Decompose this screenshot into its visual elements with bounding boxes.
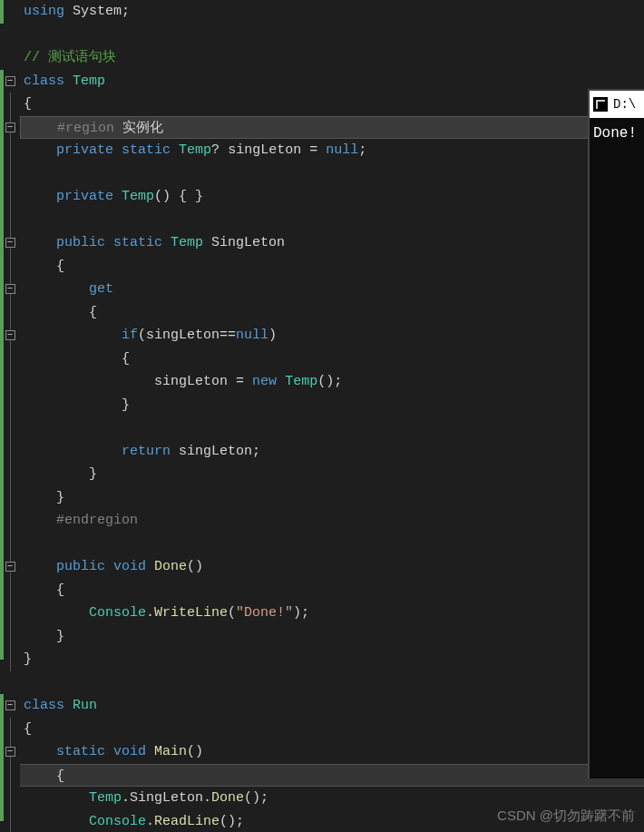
- console-output: Done!: [590, 118, 644, 149]
- code-line[interactable]: }: [24, 394, 644, 417]
- code-line[interactable]: if(singLeton==null): [24, 324, 644, 347]
- code-line[interactable]: public static Temp SingLeton: [24, 231, 644, 255]
- code-line[interactable]: }: [24, 648, 644, 671]
- fold-toggle[interactable]: −: [5, 76, 15, 86]
- code-line[interactable]: static void Main(): [24, 740, 644, 764]
- code-line[interactable]: {: [24, 93, 644, 116]
- code-line[interactable]: Console.WriteLine("Done!");: [24, 602, 644, 625]
- code-line-current[interactable]: #region 实例化: [20, 116, 644, 140]
- code-editor[interactable]: − − − − − − −: [0, 0, 644, 832]
- watermark-text: CSDN @切勿踌躇不前: [497, 808, 635, 825]
- code-line[interactable]: {: [24, 579, 644, 602]
- code-line[interactable]: }: [24, 625, 644, 649]
- fold-toggle[interactable]: −: [5, 700, 15, 710]
- code-line[interactable]: {: [24, 301, 644, 325]
- fold-gutter: − − − − − − −: [0, 0, 20, 832]
- code-line[interactable]: private Temp() { }: [24, 185, 644, 209]
- code-line[interactable]: get: [24, 278, 644, 301]
- code-line[interactable]: using System;: [24, 0, 644, 24]
- console-icon: [593, 97, 608, 112]
- code-line[interactable]: }: [24, 463, 644, 486]
- fold-toggle[interactable]: −: [5, 284, 15, 294]
- code-line[interactable]: return singLeton;: [24, 440, 644, 464]
- code-line[interactable]: class Temp: [24, 70, 644, 93]
- console-window[interactable]: D:\ Done!: [588, 89, 644, 778]
- code-line[interactable]: // 测试语句块: [24, 46, 644, 70]
- code-line[interactable]: Temp.SingLeton.Done();: [24, 787, 644, 810]
- fold-toggle[interactable]: −: [5, 562, 15, 572]
- code-line[interactable]: {: [20, 764, 644, 788]
- code-line[interactable]: singLeton = new Temp();: [24, 370, 644, 394]
- fold-toggle[interactable]: −: [5, 330, 15, 340]
- code-line[interactable]: public void Done(): [24, 555, 644, 579]
- code-line[interactable]: {: [24, 718, 644, 741]
- fold-toggle[interactable]: −: [5, 747, 15, 757]
- console-titlebar[interactable]: D:\: [590, 91, 644, 118]
- code-line[interactable]: {: [24, 255, 644, 279]
- fold-toggle[interactable]: −: [5, 238, 15, 248]
- code-line[interactable]: {: [24, 347, 644, 371]
- code-line[interactable]: private static Temp? singLeton = null;: [24, 139, 644, 162]
- code-line[interactable]: #endregion: [24, 509, 644, 533]
- code-content[interactable]: using System; // 测试语句块 class Temp { #reg…: [20, 0, 644, 832]
- fold-toggle[interactable]: −: [5, 122, 15, 132]
- console-title-text: D:\: [613, 97, 636, 112]
- code-line[interactable]: class Run: [24, 694, 644, 718]
- code-line[interactable]: }: [24, 486, 644, 510]
